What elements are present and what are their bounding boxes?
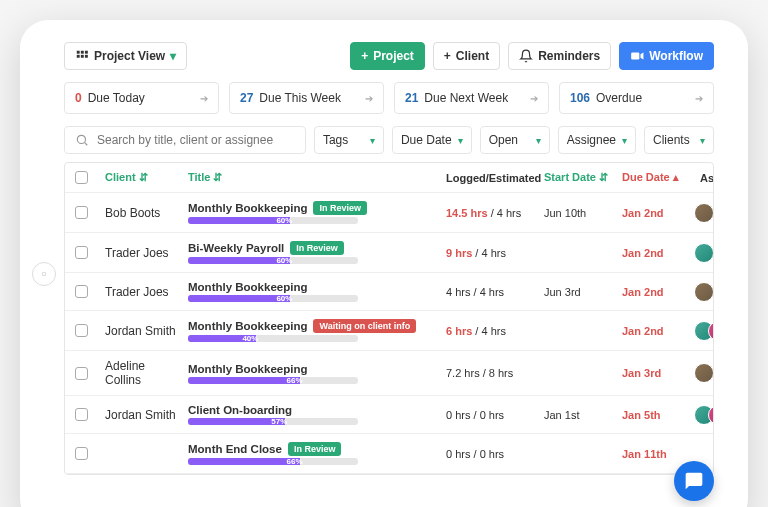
table-row[interactable]: Trader Joes Monthly Bookkeeping 60% 4 hr… xyxy=(65,273,713,311)
project-title[interactable]: Monthly Bookkeeping xyxy=(188,320,307,332)
column-logged[interactable]: Logged/Estimated xyxy=(446,172,536,184)
filter-due-date-label: Due Date xyxy=(401,133,452,147)
avatar[interactable] xyxy=(694,363,714,383)
logged-cell: 7.2 hrs / 8 hrs xyxy=(446,367,536,379)
row-checkbox[interactable] xyxy=(75,367,88,380)
add-project-label: Project xyxy=(373,49,414,63)
add-project-button[interactable]: + Project xyxy=(350,42,425,70)
progress-bar: 57% xyxy=(188,418,358,425)
status-badge: In Review xyxy=(313,201,367,215)
progress-percent: 40% xyxy=(242,335,258,342)
project-title[interactable]: Month End Close xyxy=(188,443,282,455)
svg-point-0 xyxy=(42,272,46,276)
column-due[interactable]: Due Date ▴ xyxy=(622,171,692,184)
table-row[interactable]: Month End Close In Review 66% 0 hrs / 0 … xyxy=(65,434,713,474)
title-cell: Bi-Weekly Payroll In Review 60% xyxy=(188,241,438,264)
progress-percent: 66% xyxy=(287,458,303,465)
filter-clients-label: Clients xyxy=(653,133,690,147)
due-date-cell: Jan 2nd xyxy=(622,207,692,219)
filter-open[interactable]: Open▾ xyxy=(480,126,550,154)
table-row[interactable]: Jordan Smith Client On-boarding 57% 0 hr… xyxy=(65,396,713,434)
client-cell: Jordan Smith xyxy=(105,324,180,338)
workflow-label: Workflow xyxy=(649,49,703,63)
chevron-down-icon: ▾ xyxy=(622,135,627,146)
column-start[interactable]: Start Date ⇵ xyxy=(544,171,614,184)
filter-clients[interactable]: Clients▾ xyxy=(644,126,714,154)
project-title[interactable]: Monthly Bookkeeping xyxy=(188,363,307,375)
filter-due-date[interactable]: Due Date▾ xyxy=(392,126,472,154)
client-cell: Jordan Smith xyxy=(105,408,180,422)
client-cell: Adeline Collins xyxy=(105,359,180,387)
project-title[interactable]: Bi-Weekly Payroll xyxy=(188,242,284,254)
chat-icon xyxy=(684,471,704,491)
row-checkbox[interactable] xyxy=(75,408,88,421)
tablet-home-button[interactable] xyxy=(32,262,56,286)
table-row[interactable]: Adeline Collins Monthly Bookkeeping 66% … xyxy=(65,351,713,396)
arrow-right-icon: ➔ xyxy=(365,93,373,104)
logged-cell: 4 hrs / 4 hrs xyxy=(446,286,536,298)
progress-bar: 60% xyxy=(188,217,358,224)
project-view-dropdown[interactable]: Project View ▾ xyxy=(64,42,187,70)
summary-count: 0 xyxy=(75,91,82,105)
table-row[interactable]: Bob Boots Monthly Bookkeeping In Review … xyxy=(65,193,713,233)
project-view-label: Project View xyxy=(94,49,165,63)
row-checkbox[interactable] xyxy=(75,285,88,298)
project-title[interactable]: Client On-boarding xyxy=(188,404,292,416)
sort-asc-icon: ▴ xyxy=(673,171,679,183)
chevron-down-icon: ▾ xyxy=(536,135,541,146)
workflow-button[interactable]: Workflow xyxy=(619,42,714,70)
summary-label: Overdue xyxy=(596,91,642,105)
due-date-cell: Jan 2nd xyxy=(622,247,692,259)
column-due-label: Due Date xyxy=(622,171,670,183)
select-all-checkbox[interactable] xyxy=(75,171,88,184)
summary-card[interactable]: 27 Due This Week ➔ xyxy=(229,82,384,114)
row-checkbox[interactable] xyxy=(75,206,88,219)
due-date-cell: Jan 11th xyxy=(622,448,692,460)
avatar[interactable] xyxy=(694,203,714,223)
progress-bar: 66% xyxy=(188,458,358,465)
row-checkbox[interactable] xyxy=(75,447,88,460)
arrow-right-icon: ➔ xyxy=(695,93,703,104)
assignees-cell xyxy=(700,363,714,383)
filter-tags[interactable]: Tags▾ xyxy=(314,126,384,154)
column-title[interactable]: Title ⇵ xyxy=(188,171,438,184)
project-title[interactable]: Monthly Bookkeeping xyxy=(188,202,307,214)
grid-icon xyxy=(75,49,89,63)
avatar[interactable] xyxy=(694,243,714,263)
filter-assignee[interactable]: Assignee▾ xyxy=(558,126,636,154)
summary-count: 27 xyxy=(240,91,253,105)
filter-open-label: Open xyxy=(489,133,518,147)
column-title-label: Title xyxy=(188,171,210,183)
summary-card[interactable]: 21 Due Next Week ➔ xyxy=(394,82,549,114)
avatar[interactable] xyxy=(694,282,714,302)
assignees-cell xyxy=(700,321,714,341)
logged-cell: 9 hrs / 4 hrs xyxy=(446,247,536,259)
summary-card[interactable]: 106 Overdue ➔ xyxy=(559,82,714,114)
progress-percent: 60% xyxy=(276,257,292,264)
assignees-cell xyxy=(700,243,714,263)
client-cell: Bob Boots xyxy=(105,206,180,220)
summary-card[interactable]: 0 Due Today ➔ xyxy=(64,82,219,114)
search-input-container[interactable] xyxy=(64,126,306,154)
table-row[interactable]: Trader Joes Bi-Weekly Payroll In Review … xyxy=(65,233,713,273)
column-client[interactable]: Client ⇵ xyxy=(105,171,180,184)
client-cell: Trader Joes xyxy=(105,246,180,260)
row-checkbox[interactable] xyxy=(75,246,88,259)
search-input[interactable] xyxy=(97,133,295,147)
svg-point-9 xyxy=(77,135,85,143)
progress-bar: 66% xyxy=(188,377,358,384)
title-cell: Client On-boarding 57% xyxy=(188,404,438,425)
reminders-button[interactable]: Reminders xyxy=(508,42,611,70)
row-checkbox[interactable] xyxy=(75,324,88,337)
chat-support-button[interactable] xyxy=(674,461,714,501)
assignees-cell xyxy=(700,405,714,425)
progress-bar: 60% xyxy=(188,295,358,302)
table-row[interactable]: Jordan Smith Monthly Bookkeeping Waiting… xyxy=(65,311,713,351)
add-client-button[interactable]: + Client xyxy=(433,42,500,70)
svg-marker-8 xyxy=(641,53,644,60)
title-cell: Monthly Bookkeeping 60% xyxy=(188,281,438,302)
title-cell: Monthly Bookkeeping In Review 60% xyxy=(188,201,438,224)
project-title[interactable]: Monthly Bookkeeping xyxy=(188,281,307,293)
chevron-down-icon: ▾ xyxy=(458,135,463,146)
start-date-cell: Jun 3rd xyxy=(544,286,614,298)
